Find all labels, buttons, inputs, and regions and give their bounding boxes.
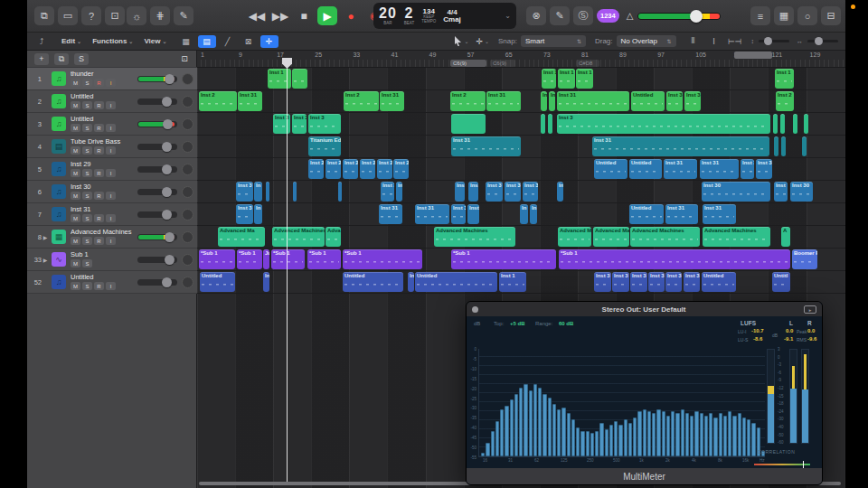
cmd-tool-icon[interactable]: ✛ (476, 37, 483, 46)
track-m-button[interactable]: M (71, 124, 80, 132)
region-inst-31[interactable]: Inst 31 (451, 136, 521, 156)
automation-button[interactable]: ╱ (219, 35, 237, 48)
region-advanced-machines[interactable]: Advanced Machines (703, 227, 770, 247)
track-volume-slider[interactable] (137, 189, 177, 195)
region-in[interactable]: In (549, 91, 555, 111)
pointer-tool-chevron[interactable]: ⌄ (464, 38, 468, 44)
region-inst-2[interactable]: Inst 2 (776, 91, 794, 111)
region-inst-3[interactable]: Inst 3 (684, 272, 700, 292)
track-i-button[interactable]: I (106, 124, 116, 132)
track-i-button[interactable]: I (106, 79, 116, 87)
region-untitled[interactable]: Untitled (702, 272, 736, 292)
track-i-button[interactable]: I (106, 282, 116, 290)
region--sub-1[interactable]: *Sub 1 (343, 249, 422, 269)
count-in-badge[interactable]: 1234 (597, 9, 619, 23)
track-volume-slider[interactable] (137, 257, 177, 263)
back-icon[interactable]: ⤴ (33, 35, 51, 48)
region-inst-3[interactable]: Inst 3 (612, 272, 629, 292)
region-in[interactable]: In (530, 204, 537, 224)
region-inst-2[interactable]: Inst 2 (360, 159, 375, 179)
region-titanium-edg[interactable]: Titanium Edg (308, 136, 341, 156)
volume-knob[interactable] (690, 10, 703, 23)
track-r-button[interactable]: R (94, 124, 104, 132)
region-inst-31[interactable]: Inst 31 (380, 91, 404, 111)
region[interactable] (793, 114, 797, 134)
track-s-button[interactable]: S (82, 192, 92, 200)
lcd-chevron-icon[interactable]: ⌄ (505, 12, 511, 20)
menu-edit[interactable]: Edit⌄ (61, 37, 81, 45)
pan-knob[interactable] (182, 141, 193, 153)
track-name[interactable]: Untitled (71, 116, 135, 123)
track-i-button[interactable]: I (106, 192, 116, 200)
track-header-tube-drive-bass[interactable]: 4▤Tube Drive BassMSRI (27, 136, 197, 158)
snap-popup[interactable]: Smart⇅ (521, 35, 586, 47)
region[interactable] (773, 114, 778, 134)
region-inst-31[interactable]: Inst 31 (703, 204, 736, 224)
track-s-button[interactable]: S (82, 237, 92, 245)
region--sub-1[interactable]: *Sub 1 (271, 249, 305, 269)
marker-c6-9-[interactable]: C6(9) (450, 60, 486, 67)
range-value[interactable]: 60 dB (559, 321, 573, 326)
region--sub-1[interactable]: *Sub 1 (199, 249, 235, 269)
volume-knob[interactable] (162, 142, 172, 152)
solo-mode-icon[interactable]: Ⓢ (573, 6, 593, 25)
track-name[interactable]: Sub 1 (71, 251, 135, 258)
track-m-button[interactable]: M (71, 192, 80, 200)
vertical-zoom-slider[interactable] (759, 40, 789, 42)
track-i-button[interactable]: I (106, 169, 116, 177)
track-volume-slider[interactable] (137, 121, 177, 127)
region-untitled[interactable]: Untitled (415, 272, 497, 292)
track-r-button[interactable]: R (94, 237, 104, 245)
region-inst-3[interactable]: Inst 3 (381, 182, 394, 202)
region-in[interactable]: In (254, 182, 262, 202)
region-inst-2[interactable]: Inst 2 (450, 91, 486, 111)
plugin-titlebar[interactable]: Stereo Out: User Default ▸ (467, 302, 822, 316)
flex-button[interactable]: ✛ (260, 35, 278, 48)
region-in[interactable]: In (557, 182, 563, 202)
region-untitl[interactable]: Untitl (772, 272, 790, 292)
track-r-button[interactable]: R (94, 214, 104, 222)
region-inst-31[interactable]: Inst 31 (238, 91, 262, 111)
horizontal-zoom-slider[interactable] (807, 40, 838, 42)
track-volume-slider[interactable] (137, 279, 177, 286)
region-inst[interactable]: Inst (774, 182, 788, 202)
multimeter-plugin-window[interactable]: Stereo Out: User Default ▸ dB Top: +5 dB… (466, 301, 823, 485)
volume-knob[interactable] (162, 277, 172, 287)
track-header-inst-29[interactable]: 5♫Inst 29MSRI (27, 158, 197, 181)
region-inst-3[interactable]: Inst 3 (505, 182, 521, 202)
plugin-window-icon[interactable]: ▸ (804, 305, 816, 314)
vertical-zoom-icon[interactable]: ↕ (751, 38, 755, 44)
region-inst-3[interactable]: Inst 3 (684, 91, 701, 111)
region[interactable] (338, 182, 342, 202)
region-inst-31[interactable]: Inst 31 (665, 204, 698, 224)
region[interactable] (774, 136, 778, 156)
track-m-button[interactable]: M (71, 146, 80, 155)
region-inst-2[interactable]: Inst 2 (393, 159, 409, 179)
region-ins[interactable]: Ins (468, 182, 478, 202)
region-advanced-machines[interactable]: Advanced Machines (630, 227, 700, 247)
cycle-mode-icon[interactable]: ○ (797, 6, 817, 25)
region-inst-3[interactable]: Inst 3 (594, 272, 611, 292)
solo-tracks-button[interactable]: S (74, 53, 89, 65)
workspace-icon[interactable]: ⧉ (34, 6, 54, 25)
track-i-button[interactable]: I (106, 237, 116, 245)
region-inst-3[interactable]: Inst 3 (741, 159, 754, 179)
volume-knob[interactable] (162, 164, 172, 174)
region-inst-31[interactable]: Inst 31 (379, 204, 402, 224)
track-m-button[interactable]: M (71, 169, 80, 177)
ibeam-icon[interactable]: Ⅰ (705, 35, 723, 48)
marker-c-d8[interactable]: C#D8 (576, 60, 599, 67)
region-inst-3[interactable]: Inst 3 (292, 114, 307, 134)
volume-knob[interactable] (162, 187, 172, 197)
track-name[interactable]: Untitled (71, 93, 135, 100)
menu-view[interactable]: View⌄ (144, 37, 166, 45)
duplicate-track-button[interactable]: ⧉ (54, 53, 69, 65)
track-s-button[interactable]: S (82, 259, 92, 267)
pencil-icon[interactable]: ✎ (174, 6, 193, 25)
pan-knob[interactable] (182, 277, 193, 288)
track-r-button[interactable]: R (94, 146, 104, 155)
volume-knob[interactable] (162, 210, 172, 220)
region-untitled[interactable]: Untitled (343, 272, 403, 292)
grid-view-button[interactable]: ▦ (177, 35, 195, 48)
track-r-button[interactable]: R (94, 79, 104, 87)
